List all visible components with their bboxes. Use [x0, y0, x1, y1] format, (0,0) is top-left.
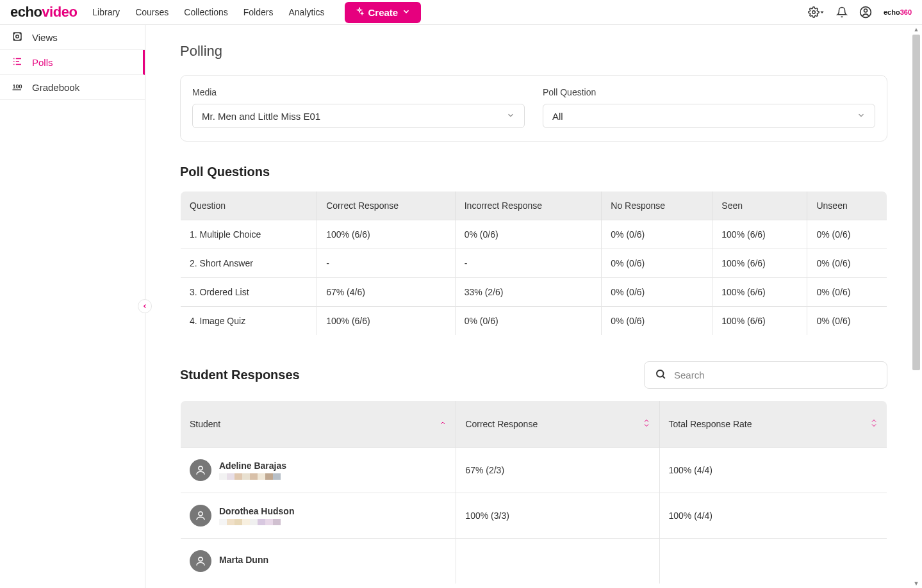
cell-question: 4. Image Quiz [181, 307, 317, 336]
svg-point-0 [812, 11, 816, 14]
search-box[interactable] [644, 361, 887, 389]
col-total-response[interactable]: Total Response Rate [659, 401, 887, 448]
avatar [190, 505, 211, 527]
scrollbar[interactable]: ▲ ▼ [912, 27, 920, 586]
avatar [190, 550, 211, 572]
table-row[interactable]: 1. Multiple Choice100% (6/6)0% (0/6)0% (… [181, 220, 887, 249]
svg-text:100: 100 [13, 83, 22, 90]
cell-correct: 67% (2/3) [456, 448, 659, 493]
svg-line-15 [663, 376, 664, 378]
student-name: Dorothea Hudson [219, 506, 294, 516]
col-unseen[interactable]: Unseen [807, 192, 887, 220]
topbar-right: echo360 [808, 6, 912, 19]
cell-incorrect: 33% (2/6) [455, 278, 602, 307]
top-nav: Library Courses Collections Folders Anal… [92, 2, 421, 23]
search-icon [655, 368, 666, 382]
col-question[interactable]: Question [181, 192, 317, 220]
page-title: Polling [180, 43, 887, 60]
logo-part1: echo [10, 4, 42, 20]
table-row[interactable]: Marta Dunn [181, 539, 887, 584]
bell-icon[interactable] [836, 6, 848, 18]
create-button[interactable]: Create [345, 2, 421, 23]
svg-point-5 [16, 35, 19, 38]
col-correct[interactable]: Correct Response [317, 192, 456, 220]
cell-correct: 100% (6/6) [317, 220, 456, 249]
poll-questions-table: Question Correct Response Incorrect Resp… [180, 191, 887, 336]
brand-mark: echo360 [884, 8, 912, 16]
svg-point-18 [199, 557, 202, 561]
table-row[interactable]: 3. Ordered List67% (4/6)33% (2/6)0% (0/6… [181, 278, 887, 307]
logo[interactable]: echovideo [10, 4, 77, 20]
nav-folders[interactable]: Folders [243, 7, 274, 17]
question-select-value: All [552, 111, 563, 122]
settings-icon[interactable] [808, 6, 825, 18]
sidebar-collapse-button[interactable] [138, 299, 152, 313]
sidebar-item-views[interactable]: Views [0, 25, 145, 50]
sidebar: Views Polls 100 Gradebook [0, 25, 145, 588]
table-row[interactable]: Dorothea Hudson100% (3/3)100% (4/4) [181, 493, 887, 539]
cell-correct: 67% (4/6) [317, 278, 456, 307]
cell-noresp: 0% (0/6) [602, 249, 712, 278]
views-icon [12, 31, 23, 44]
student-responses-header: Student Responses [180, 361, 887, 389]
cell-noresp: 0% (0/6) [602, 278, 712, 307]
sidebar-item-polls[interactable]: Polls [0, 50, 145, 75]
filter-question: Poll Question All [543, 87, 875, 128]
cell-unseen: 0% (0/6) [807, 307, 887, 336]
media-select[interactable]: Mr. Men and Little Miss E01 [192, 104, 525, 128]
col-correct-response[interactable]: Correct Response [456, 401, 659, 448]
cell-question: 3. Ordered List [181, 278, 317, 307]
sort-both-icon [870, 418, 878, 430]
student-name: Marta Dunn [219, 555, 268, 565]
cell-incorrect: 0% (0/6) [455, 307, 602, 336]
chevron-down-icon [402, 7, 411, 18]
col-student[interactable]: Student [181, 401, 456, 448]
sort-both-icon [643, 418, 650, 430]
sort-asc-icon [439, 419, 447, 429]
nav-collections[interactable]: Collections [184, 7, 227, 17]
chevron-down-icon [506, 111, 515, 122]
sidebar-item-label: Views [32, 32, 58, 43]
sparkle-icon [355, 7, 364, 18]
table-row[interactable]: Adeline Barajas67% (2/3)100% (4/4) [181, 448, 887, 493]
cell-correct [456, 539, 659, 584]
scroll-up-arrow[interactable]: ▲ [912, 26, 920, 33]
student-responses-heading: Student Responses [180, 368, 300, 382]
cell-correct: 100% (3/3) [456, 493, 659, 539]
cell-unseen: 0% (0/6) [807, 249, 887, 278]
poll-questions-heading: Poll Questions [180, 165, 887, 179]
logo-part2: video [42, 4, 77, 20]
user-icon[interactable] [859, 6, 872, 19]
cell-question: 1. Multiple Choice [181, 220, 317, 249]
svg-point-3 [864, 9, 867, 12]
sidebar-item-gradebook[interactable]: 100 Gradebook [0, 75, 145, 100]
sidebar-item-label: Gradebook [32, 82, 79, 93]
col-seen[interactable]: Seen [712, 192, 807, 220]
main-content: Polling Media Mr. Men and Little Miss E0… [145, 25, 922, 588]
cell-student: Dorothea Hudson [181, 493, 456, 539]
table-row[interactable]: 2. Short Answer--0% (0/6)100% (6/6)0% (0… [181, 249, 887, 278]
cell-seen: 100% (6/6) [712, 307, 807, 336]
color-strip [219, 519, 294, 525]
col-noresp[interactable]: No Response [602, 192, 712, 220]
filter-media-label: Media [192, 87, 525, 97]
gradebook-icon: 100 [12, 81, 23, 94]
nav-library[interactable]: Library [92, 7, 120, 17]
cell-total: 100% (4/4) [659, 493, 887, 539]
cell-question: 2. Short Answer [181, 249, 317, 278]
scroll-down-arrow[interactable]: ▼ [912, 580, 920, 587]
student-responses-table: Student Correct Response Total Response … [180, 400, 887, 584]
question-select[interactable]: All [543, 104, 875, 128]
col-incorrect[interactable]: Incorrect Response [455, 192, 602, 220]
search-input[interactable] [674, 370, 877, 380]
cell-student: Marta Dunn [181, 539, 456, 584]
nav-courses[interactable]: Courses [135, 7, 169, 17]
cell-total: 100% (4/4) [659, 448, 887, 493]
nav-analytics[interactable]: Analytics [288, 7, 324, 17]
table-row[interactable]: 4. Image Quiz100% (6/6)0% (0/6)0% (0/6)1… [181, 307, 887, 336]
svg-point-16 [199, 466, 202, 470]
create-label: Create [368, 7, 398, 18]
scrollbar-thumb[interactable] [912, 35, 920, 370]
color-strip [219, 473, 286, 480]
cell-correct: - [317, 249, 456, 278]
